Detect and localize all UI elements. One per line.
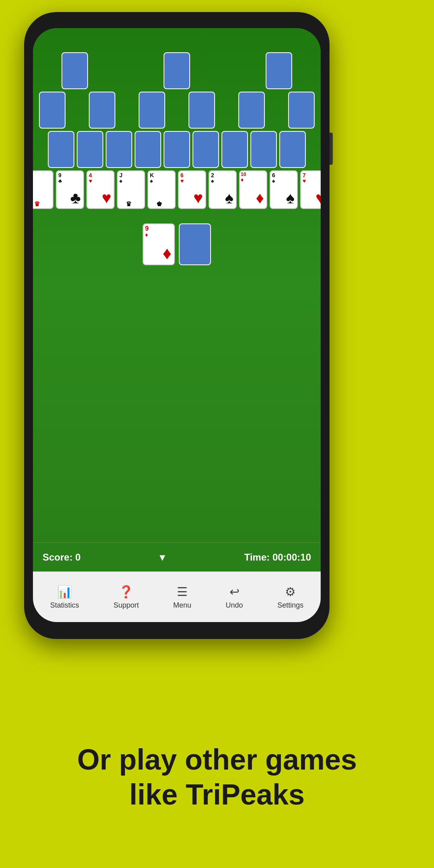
card-back[interactable] [106, 131, 132, 168]
waste-card[interactable]: 9 ♦ ♦ [143, 223, 175, 265]
card-back[interactable] [164, 131, 190, 168]
card-jack-spades[interactable]: J ♠ ♛ [117, 170, 145, 209]
card-back[interactable] [135, 131, 161, 168]
card-center: ♠ [286, 190, 295, 206]
card-jack-hearts[interactable]: J ♥ ♛ [33, 170, 53, 209]
waste-card-suit: ♦ [145, 232, 148, 237]
nav-support[interactable]: ❓ Support [107, 581, 145, 614]
card-rank: 4 [89, 172, 92, 178]
bottom-navigation: 📊 Statistics ❓ Support ☰ Menu ↩ Undo ⚙ S… [33, 571, 321, 622]
card-suit: ♣ [58, 178, 62, 184]
card-rank: K [150, 172, 154, 178]
card-rank: 2 [211, 172, 214, 178]
card-nine-clubs[interactable]: 9 ♣ ♣ [56, 170, 84, 209]
card-back[interactable] [279, 131, 306, 168]
help-circle-icon: ❓ [119, 585, 133, 599]
card-back[interactable] [61, 52, 88, 89]
game-area: J ♥ ♛ 9 ♣ ♣ 4 ♥ ♥ [33, 28, 321, 542]
card-center: ♦ [256, 190, 264, 206]
waste-card-rank: 9 [145, 225, 149, 232]
card-figure: ♛ [34, 201, 45, 207]
card-suit: ♠ [272, 178, 275, 184]
phone-frame: J ♥ ♛ 9 ♣ ♣ 4 ♥ ♥ [24, 12, 330, 639]
card-suit: ♠ [150, 178, 153, 184]
waste-stock-area: 9 ♦ ♦ [143, 223, 211, 265]
nav-statistics-label: Statistics [50, 601, 79, 610]
bar-chart-icon: 📊 [57, 585, 72, 599]
peak-row-1 [61, 52, 292, 89]
score-display: Score: 0 [43, 552, 81, 563]
undo-icon: ↩ [229, 585, 240, 599]
score-bar: Score: 0 ▾ Time: 00:00:10 [33, 542, 321, 571]
card-ten-diamonds[interactable]: 10 ♦ ♦ [239, 170, 267, 209]
stock-pile[interactable] [179, 223, 211, 265]
card-center: ♥ [315, 190, 321, 206]
card-rank: J [119, 172, 123, 178]
phone-screen: J ♥ ♛ 9 ♣ ♣ 4 ♥ ♥ [33, 28, 321, 622]
tagline-text: Or play other games like TriPeaks [0, 742, 434, 812]
peaks-container: J ♥ ♛ 9 ♣ ♣ 4 ♥ ♥ [33, 52, 321, 211]
card-back[interactable] [192, 131, 219, 168]
card-figure: ♚ [156, 201, 167, 207]
card-center: ♥ [102, 190, 111, 206]
card-back[interactable] [164, 52, 190, 89]
menu-icon: ☰ [177, 585, 188, 599]
peak-row-3 [48, 131, 306, 168]
card-six-spades[interactable]: 6 ♠ ♠ [270, 170, 298, 209]
card-back[interactable] [48, 131, 74, 168]
peak-row-2 [39, 92, 315, 129]
tagline-line2: like TriPeaks [129, 778, 305, 811]
chevron-down-icon[interactable]: ▾ [160, 551, 165, 564]
card-back[interactable] [288, 92, 315, 129]
card-back[interactable] [188, 92, 215, 129]
card-rank: 7 [303, 172, 306, 178]
nav-settings[interactable]: ⚙ Settings [271, 581, 310, 614]
card-four-hearts[interactable]: 4 ♥ ♥ [86, 170, 115, 209]
card-back[interactable] [89, 92, 115, 129]
card-rank: 6 [272, 172, 275, 178]
card-suit: ♦ [241, 177, 244, 182]
card-back[interactable] [250, 131, 277, 168]
card-back[interactable] [266, 52, 292, 89]
card-rank: 9 [58, 172, 61, 178]
card-figure: ♛ [126, 201, 137, 207]
settings-gear-icon: ⚙ [285, 585, 296, 599]
card-back[interactable] [238, 92, 265, 129]
card-suit: ♥ [303, 178, 306, 184]
nav-menu[interactable]: ☰ Menu [167, 581, 198, 614]
nav-undo-label: Undo [226, 601, 243, 610]
waste-card-center: ♦ [163, 244, 172, 262]
card-king-spades[interactable]: K ♠ ♚ [147, 170, 176, 209]
card-two-spades[interactable]: 2 ♠ ♠ [209, 170, 237, 209]
card-back[interactable] [77, 131, 103, 168]
card-back[interactable] [221, 131, 248, 168]
nav-settings-label: Settings [277, 601, 303, 610]
card-back[interactable] [139, 92, 165, 129]
nav-statistics[interactable]: 📊 Statistics [44, 581, 86, 614]
card-center: ♥ [193, 190, 203, 206]
card-suit: ♥ [89, 178, 92, 184]
card-suit: ♥ [180, 178, 184, 184]
nav-support-label: Support [113, 601, 139, 610]
card-back[interactable] [39, 92, 66, 129]
card-suit: ♠ [119, 178, 122, 184]
card-seven-hearts[interactable]: 7 ♥ ♥ [300, 170, 321, 209]
card-suit: ♠ [211, 178, 214, 184]
volume-button [330, 133, 333, 165]
tagline-line1: Or play other games [77, 743, 357, 776]
nav-menu-label: Menu [173, 601, 191, 610]
time-display: Time: 00:00:10 [244, 552, 311, 563]
card-rank: 6 [180, 172, 184, 178]
card-center: ♣ [70, 190, 81, 206]
card-six-hearts[interactable]: 6 ♥ ♥ [178, 170, 206, 209]
bottom-card-row: J ♥ ♛ 9 ♣ ♣ 4 ♥ ♥ [33, 170, 321, 209]
card-center: ♠ [225, 190, 233, 206]
nav-undo[interactable]: ↩ Undo [219, 581, 250, 614]
